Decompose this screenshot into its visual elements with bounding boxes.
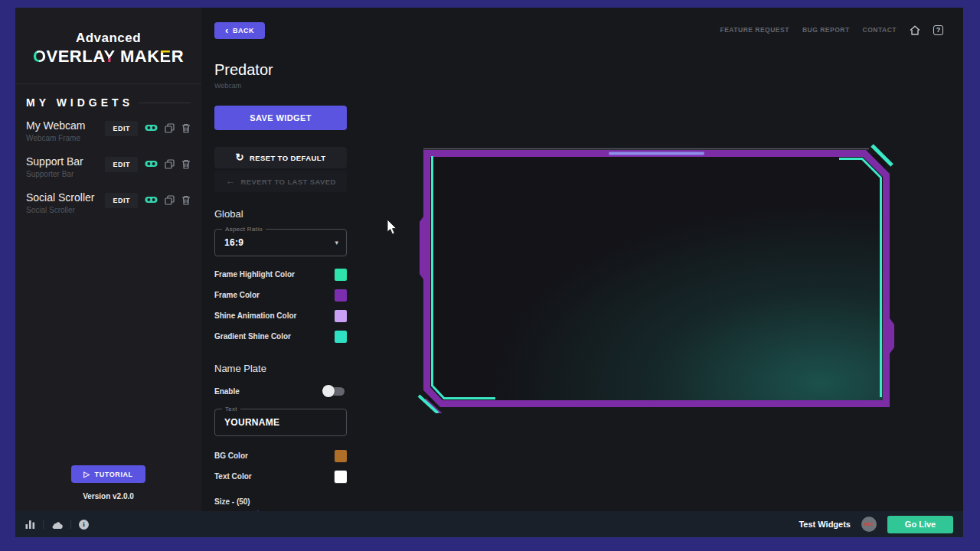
page-subtitle: Webcam xyxy=(214,82,347,90)
go-live-button[interactable]: Go Live xyxy=(887,516,953,533)
text-field-label: Text xyxy=(222,406,240,412)
logo-line2: OVERLAY MAKER xyxy=(23,47,194,67)
nav-feature-request[interactable]: FEATURE REQUEST xyxy=(720,26,789,34)
version-label: Version v2.0.0 xyxy=(15,492,201,500)
nav-bug-report[interactable]: BUG REPORT xyxy=(802,26,850,34)
app-logo: Advanced OVERLAY MAKER xyxy=(15,8,201,83)
color-row-shine-animation: Shine Animation Color xyxy=(214,305,347,326)
text-color-swatch[interactable] xyxy=(335,471,347,483)
save-widget-button[interactable]: SAVE WIDGET xyxy=(214,106,347,130)
duplicate-icon[interactable] xyxy=(165,157,175,171)
widget-name: Support Bar xyxy=(26,155,105,168)
widget-type: Social Scroller xyxy=(26,206,105,214)
color-row-frame-highlight: Frame Highlight Color xyxy=(214,264,347,285)
color-row-text-color: Text Color xyxy=(214,466,347,487)
text-field-value: YOURNAME xyxy=(215,409,346,435)
chevron-down-icon: ▾ xyxy=(335,239,338,246)
enable-toggle[interactable] xyxy=(322,384,347,398)
name-plate-text-input[interactable]: Text YOURNAME xyxy=(214,409,347,436)
color-row-frame-color: Frame Color xyxy=(214,285,347,305)
color-row-gradient-shine: Gradient Shine Color xyxy=(214,326,347,347)
status-bar: i Test Widgets REC Go Live xyxy=(15,511,963,537)
aspect-ratio-value: 16:9 xyxy=(215,230,346,256)
size-slider[interactable] xyxy=(214,510,347,511)
enable-label: Enable xyxy=(214,387,240,396)
back-button[interactable]: ‹ BACK xyxy=(214,22,265,39)
gradient-shine-color-swatch[interactable] xyxy=(335,331,347,343)
edit-button[interactable]: EDIT xyxy=(105,157,138,172)
name-plate-section-heading: Name Plate xyxy=(214,363,347,374)
play-icon: ▷ xyxy=(83,470,90,478)
top-nav: FEATURE REQUEST BUG REPORT CONTACT ? xyxy=(720,8,943,52)
edit-button[interactable]: EDIT xyxy=(105,121,138,136)
widget-row-support-bar: Support Bar Supporter Bar EDIT xyxy=(15,152,201,181)
sidebar: Advanced OVERLAY MAKER MY WIDGETS My Web… xyxy=(15,8,201,511)
widget-name: My Webcam xyxy=(26,119,105,132)
widget-row-my-webcam: My Webcam Webcam Frame EDIT xyxy=(15,116,201,145)
revert-to-last-saved-button[interactable]: ← REVERT TO LAST SAVED xyxy=(214,171,347,192)
enable-row: Enable xyxy=(214,382,347,400)
duplicate-icon[interactable] xyxy=(165,121,175,135)
my-widgets-heading: MY WIDGETS xyxy=(15,96,201,109)
shine-animation-color-swatch[interactable] xyxy=(335,310,347,322)
aspect-ratio-select[interactable]: Aspect Ratio 16:9 ▾ xyxy=(214,229,347,256)
global-section-heading: Global xyxy=(214,208,347,220)
widget-type: Webcam Frame xyxy=(26,134,105,142)
app-window: Advanced OVERLAY MAKER MY WIDGETS My Web… xyxy=(15,8,963,537)
slider-thumb[interactable] xyxy=(254,511,263,512)
aspect-ratio-label: Aspect Ratio xyxy=(222,226,266,233)
nav-contact[interactable]: CONTACT xyxy=(863,26,897,34)
rec-button[interactable]: REC xyxy=(861,517,877,532)
name-plate-color-list: BG Color Text Color xyxy=(214,445,347,487)
frame-highlight-color-swatch[interactable] xyxy=(335,269,347,281)
chevron-left-icon: ‹ xyxy=(225,25,229,35)
tutorial-button[interactable]: ▷ TUTORIAL xyxy=(71,465,145,483)
webcam-frame-preview xyxy=(417,144,896,413)
visibility-goggles-icon[interactable] xyxy=(145,121,158,135)
info-icon[interactable]: i xyxy=(79,517,89,531)
home-icon[interactable] xyxy=(910,25,920,35)
visibility-goggles-icon[interactable] xyxy=(145,157,158,171)
divider xyxy=(15,83,201,84)
color-row-bg-color: BG Color xyxy=(214,445,347,466)
delete-icon[interactable] xyxy=(181,193,191,207)
page-title: Predator xyxy=(214,61,347,79)
delete-icon[interactable] xyxy=(181,157,191,171)
duplicate-icon[interactable] xyxy=(165,193,175,207)
logo-line1: Advanced xyxy=(23,31,194,46)
visibility-goggles-icon[interactable] xyxy=(145,193,158,207)
bar-chart-icon[interactable] xyxy=(25,517,35,531)
frame-color-swatch[interactable] xyxy=(335,289,347,302)
divider xyxy=(70,520,71,529)
reset-to-default-button[interactable]: ↻ RESET TO DEFAULT xyxy=(214,147,347,168)
main-area: ‹ BACK FEATURE REQUEST BUG REPORT CONTAC… xyxy=(201,8,963,511)
cloud-icon[interactable] xyxy=(51,517,63,531)
bg-color-swatch[interactable] xyxy=(335,450,347,462)
help-icon[interactable]: ? xyxy=(933,25,943,35)
widget-row-social-scroller: Social Scroller Social Scroller EDIT xyxy=(15,188,201,217)
refresh-icon: ↻ xyxy=(236,152,244,162)
size-label: Size - (50) xyxy=(214,497,347,506)
arrow-left-icon: ← xyxy=(225,176,235,186)
test-widgets-label: Test Widgets xyxy=(799,520,851,529)
divider xyxy=(43,520,44,529)
widget-name: Social Scroller xyxy=(26,191,105,204)
webcam-frame-canvas xyxy=(417,144,896,413)
edit-button[interactable]: EDIT xyxy=(105,193,138,208)
widget-settings-panel: Predator Webcam SAVE WIDGET ↻ RESET TO D… xyxy=(214,61,347,511)
widget-type: Supporter Bar xyxy=(26,170,105,178)
delete-icon[interactable] xyxy=(181,121,191,135)
global-color-list: Frame Highlight Color Frame Color Shine … xyxy=(214,264,347,347)
